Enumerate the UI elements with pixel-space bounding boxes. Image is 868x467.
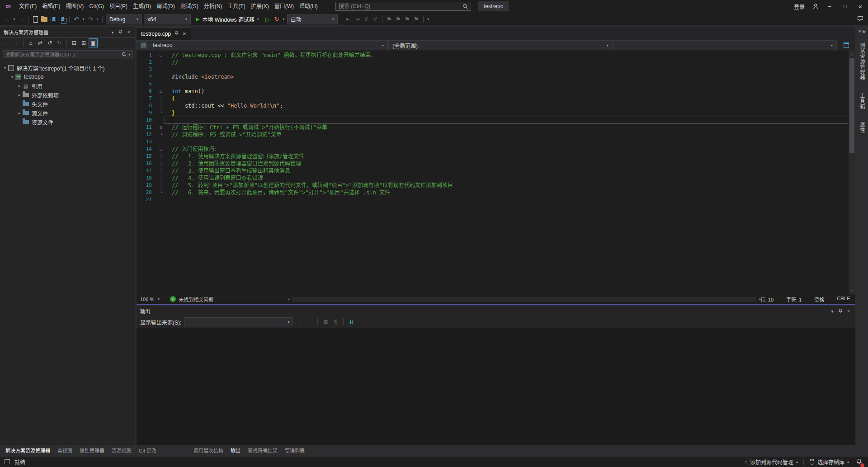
back-icon[interactable]: ← <box>2 38 11 47</box>
code-line[interactable]: 4 #include <iostream> <box>137 73 848 80</box>
cursor-char-indicator[interactable]: 字符: 1 <box>786 296 802 303</box>
search-input[interactable] <box>339 3 460 9</box>
scope-dropdown[interactable]: (全局范围) ▾ <box>388 40 613 50</box>
code-line[interactable]: 12 └ // 调试程序: F5 或调试 >"开始调试"菜单 <box>137 131 848 138</box>
refresh-icon[interactable]: ↻ <box>55 38 64 47</box>
code-line[interactable]: 17 │ // 3. 使用输出窗口查看生成输出和其他消息 <box>137 167 848 175</box>
code-line[interactable]: 16 │ // 2. 使用团队资源管理器窗口连接到源代码管理 <box>137 160 848 167</box>
switch-views-icon[interactable]: ⇄ <box>36 38 45 47</box>
code-line[interactable]: 9 └ } <box>137 109 848 117</box>
autohide-tab[interactable]: 工具箱 <box>859 90 866 113</box>
configuration-dropdown[interactable]: Debug ▾ <box>106 14 142 24</box>
toolbar-options-icon[interactable]: ▾ <box>426 17 431 21</box>
menu-item[interactable]: 视图(V) <box>63 0 86 13</box>
spaces-indicator[interactable]: 空格 <box>814 296 824 303</box>
platform-dropdown[interactable]: x64 ▾ <box>144 14 191 24</box>
hot-reload-mode-dropdown[interactable]: 自动 ▾ <box>287 14 338 24</box>
toggle-word-wrap-icon[interactable]: ¶ <box>331 317 340 326</box>
code-line[interactable]: 2 └ // <box>137 59 848 66</box>
quick-search-box[interactable] <box>335 2 471 11</box>
zoom-dropdown[interactable]: 100 % ▾ <box>140 297 161 302</box>
previous-bookmark-icon[interactable]: ⚑ <box>394 14 403 25</box>
tree-item-references[interactable]: ▸ ▤ 引用 <box>0 81 135 90</box>
code-line[interactable]: 1 ⊟ // testrepo.cpp : 此文件包含 "main" 函数。程序… <box>137 52 848 59</box>
code-editor[interactable]: 1 ⊟ // testrepo.cpp : 此文件包含 "main" 函数。程序… <box>137 51 855 294</box>
split-window-handle[interactable] <box>844 42 849 48</box>
autohide-tab[interactable]: 属性 <box>859 118 866 137</box>
code-line[interactable]: 14 ⊟ // 入门使用技巧: <box>137 146 848 153</box>
solution-explorer-search[interactable]: ▾ <box>0 48 135 61</box>
sync-with-active-document-icon[interactable]: ↺ <box>45 38 54 47</box>
tree-item-header-files[interactable]: 头文件 <box>0 99 135 108</box>
outlining-icon[interactable]: └ <box>157 189 165 196</box>
menu-item[interactable]: 帮助(H) <box>297 0 321 13</box>
scroll-left-icon[interactable]: ◂ <box>286 296 291 302</box>
code-line[interactable]: 20 └ // 6. 将来，若要再次打开此项目，请转到"文件">"打开">"项目… <box>137 189 848 196</box>
pin-icon[interactable] <box>117 28 125 36</box>
toggle-bookmark-icon[interactable]: ⚑ <box>385 14 394 25</box>
panel-tab[interactable]: 查找符号结果 <box>244 445 281 455</box>
outlining-icon[interactable]: ⊟ <box>157 146 165 153</box>
scrollbar-thumb[interactable] <box>849 58 854 153</box>
tree-item-external-dependencies[interactable]: ▸ 外部依赖项 <box>0 90 135 99</box>
code-line[interactable]: 13 <box>137 138 848 146</box>
start-without-debugging-icon[interactable]: ▷ <box>263 14 272 25</box>
save-icon[interactable] <box>49 14 58 25</box>
redo-dropdown-icon[interactable]: ▾ <box>95 17 100 21</box>
home-icon[interactable]: ⌂ <box>26 38 35 47</box>
open-file-icon[interactable] <box>40 14 49 25</box>
new-item-icon[interactable] <box>31 14 40 25</box>
menu-item[interactable]: 生成(B) <box>130 0 154 13</box>
menu-item[interactable]: 文件(F) <box>16 0 39 13</box>
menu-item[interactable]: 分析(N) <box>201 0 225 13</box>
clear-bookmarks-icon[interactable]: ⚑ <box>412 14 421 25</box>
outlining-icon[interactable]: └ <box>157 59 165 66</box>
clear-all-icon[interactable]: ⊠ <box>321 317 330 326</box>
close-icon[interactable]: × <box>183 30 186 37</box>
code-line[interactable]: 6 ⊟ int main() <box>137 88 848 95</box>
menu-item[interactable]: 项目(P) <box>107 0 130 13</box>
menu-item[interactable]: 窗口(W) <box>272 0 297 13</box>
scroll-up-icon[interactable]: ▴ <box>849 51 855 57</box>
redo-icon[interactable]: ↷ <box>86 14 95 25</box>
background-tasks-icon[interactable] <box>5 459 10 464</box>
undo-dropdown-icon[interactable]: ▾ <box>81 17 86 21</box>
output-content[interactable] <box>137 328 855 445</box>
comment-selection-icon[interactable]: // <box>362 14 371 25</box>
autohide-tab[interactable]: 测试资源管理器 <box>859 39 866 84</box>
window-position-icon[interactable]: ▾ <box>828 307 836 315</box>
outlining-icon[interactable]: └ <box>157 131 165 138</box>
pin-icon[interactable] <box>836 307 844 315</box>
window-position-icon[interactable]: ▾ <box>108 28 117 36</box>
start-debugging-button[interactable]: ▶ 本地 Windows 调试器 ▾ <box>192 14 263 25</box>
menu-item[interactable]: 扩展(X) <box>248 0 272 13</box>
document-health-indicator[interactable]: ✓ 未找到相关问题 <box>170 296 213 303</box>
code-line[interactable]: 8 │ std::cout << "Hello World!\n"; <box>137 102 848 109</box>
undo-icon[interactable]: ↶ <box>72 14 81 25</box>
horizontal-scrollbar[interactable]: ◂ ▸ <box>286 296 763 302</box>
navigate-back-dropdown-icon[interactable]: ▾ <box>12 17 17 21</box>
search-options-icon[interactable]: ▾ <box>128 52 130 57</box>
expander-icon[interactable]: ▾ <box>2 66 8 70</box>
tree-item-solution[interactable]: ▾ 解决方案"testrepo"(1 个项目/共 1 个) <box>0 63 135 72</box>
panel-tab[interactable]: 属性管理器 <box>76 445 108 455</box>
expander-icon[interactable]: ▸ <box>16 111 23 115</box>
panel-tab[interactable]: 调用层次结构 <box>190 445 227 455</box>
outlining-icon[interactable]: ⊟ <box>157 124 165 131</box>
panel-tab[interactable]: 错误列表 <box>281 445 308 455</box>
code-line[interactable]: 15 │ // 1. 使用解决方案资源管理器窗口添加/管理文件 <box>137 153 848 160</box>
code-line[interactable]: 11 ⊟ // 运行程序: Ctrl + F5 或调试 >"开始执行(不调试)"… <box>137 124 848 131</box>
tree-item-project[interactable]: ▾ ++ testrepo <box>0 72 135 81</box>
close-icon[interactable]: × <box>844 307 853 315</box>
account-icon[interactable] <box>809 3 822 9</box>
navigate-back-icon[interactable]: ← <box>3 14 12 25</box>
menu-item[interactable]: 调试(D) <box>154 0 178 13</box>
add-to-source-control-button[interactable]: ↑ 添加到源代码管理 ▴ <box>745 458 798 466</box>
panel-tab[interactable]: 类视图 <box>54 445 76 455</box>
notifications-bell-icon[interactable] <box>854 458 863 466</box>
close-window-button[interactable]: × <box>853 0 868 13</box>
close-icon[interactable]: × <box>125 28 133 36</box>
menu-item[interactable]: 工具(T) <box>225 0 248 13</box>
menu-item[interactable]: Git(G) <box>86 0 107 13</box>
select-repository-button[interactable]: 选择存储库 ▴ <box>809 458 849 466</box>
